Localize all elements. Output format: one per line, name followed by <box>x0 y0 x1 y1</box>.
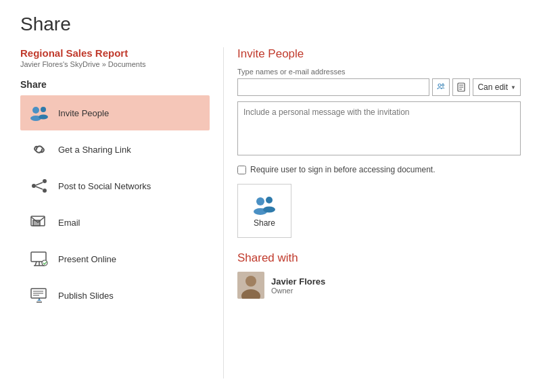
document-title: Regional Sales Report <box>20 47 210 59</box>
svg-point-4 <box>43 179 47 183</box>
svg-point-24 <box>438 84 441 87</box>
invite-section-title: Invite People <box>237 47 521 61</box>
nav-item-social-networks[interactable]: Post to Social Networks <box>20 168 210 203</box>
permission-dropdown[interactable]: Can edit ▼ <box>473 78 521 96</box>
invite-people-icon <box>28 102 50 124</box>
publish-slides-icon <box>28 285 50 306</box>
permission-label: Can edit <box>477 82 508 92</box>
svg-line-7 <box>36 182 43 185</box>
person-role: Owner <box>271 287 325 295</box>
document-path: Javier Flores's SkyDrive » Documents <box>20 60 210 68</box>
invite-input-row: Can edit ▼ <box>237 78 521 96</box>
right-panel: Invite People Type names or e-mail addre… <box>223 47 521 378</box>
address-book-icon[interactable] <box>432 78 450 96</box>
nav-label-present-online: Present Online <box>58 254 116 264</box>
signin-checkbox-row: Require user to sign in before accessing… <box>237 165 521 174</box>
svg-line-8 <box>36 187 43 189</box>
svg-point-0 <box>32 107 39 114</box>
message-textarea[interactable] <box>237 101 521 155</box>
sharing-link-icon <box>28 139 50 160</box>
svg-point-6 <box>43 189 47 193</box>
avatar <box>237 272 264 299</box>
nav-label-publish-slides: Publish Slides <box>58 291 114 301</box>
share-btn-label: Share <box>254 218 275 228</box>
nav-item-invite-people[interactable]: Invite People <box>20 95 210 130</box>
nav-item-email[interactable]: Email <box>20 205 210 240</box>
invite-input[interactable] <box>237 78 429 96</box>
share-button-icon <box>252 194 277 216</box>
svg-point-31 <box>256 197 264 205</box>
email-icon <box>28 212 50 233</box>
nav-label-social-networks: Post to Social Networks <box>58 181 151 191</box>
svg-point-25 <box>442 84 444 87</box>
nav-label-sharing-link: Get a Sharing Link <box>58 145 131 155</box>
share-section-label: Share <box>20 79 210 90</box>
person-info: Javier Flores Owner <box>271 276 325 295</box>
chevron-down-icon: ▼ <box>511 84 516 91</box>
svg-point-33 <box>266 197 273 203</box>
svg-point-36 <box>245 276 256 287</box>
invite-field-label: Type names or e-mail addresses <box>237 68 521 76</box>
svg-point-5 <box>32 184 36 188</box>
present-online-icon <box>28 248 50 270</box>
svg-point-34 <box>263 207 275 213</box>
nav-item-publish-slides[interactable]: Publish Slides <box>20 278 210 313</box>
social-networks-icon <box>28 175 50 197</box>
svg-marker-23 <box>37 299 41 301</box>
svg-point-2 <box>41 107 46 112</box>
left-panel: Regional Sales Report Javier Flores's Sk… <box>20 47 223 378</box>
page-title: Share <box>20 14 521 35</box>
share-button[interactable]: Share <box>237 184 291 238</box>
nav-label-invite-people: Invite People <box>58 108 109 118</box>
require-signin-checkbox[interactable] <box>237 166 246 174</box>
require-signin-label: Require user to sign in before accessing… <box>250 165 436 174</box>
nav-item-sharing-link[interactable]: Get a Sharing Link <box>20 132 210 167</box>
nav-item-present-online[interactable]: Present Online <box>20 241 210 276</box>
person-name: Javier Flores <box>271 276 325 287</box>
shared-with-title: Shared with <box>237 251 521 265</box>
nav-label-email: Email <box>58 218 80 228</box>
shared-person-row: Javier Flores Owner <box>237 272 521 299</box>
svg-point-3 <box>39 115 48 120</box>
contacts-icon[interactable] <box>452 78 470 96</box>
svg-line-12 <box>35 262 37 266</box>
